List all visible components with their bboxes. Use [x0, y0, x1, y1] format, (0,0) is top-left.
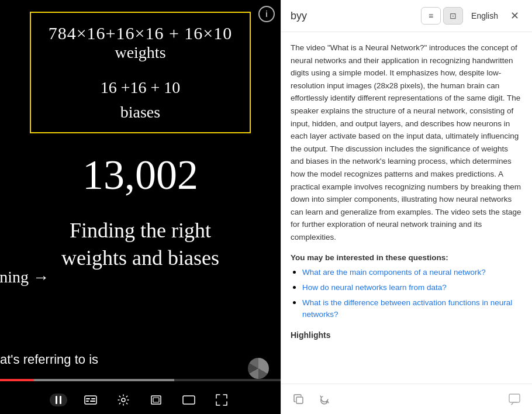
video-spinner: [248, 358, 269, 379]
language-label: English: [471, 11, 498, 20]
chat-button[interactable]: [506, 391, 523, 408]
settings-button[interactable]: [114, 391, 133, 409]
progress-bar[interactable]: [0, 379, 281, 381]
caption-icon-button[interactable]: ⊡: [443, 7, 463, 25]
learning-partial-text: rning →: [0, 268, 49, 287]
video-caption: at's referring to is: [0, 352, 281, 367]
weights-label: weights: [49, 43, 233, 62]
svg-rect-3: [86, 401, 89, 402]
video-content: i 784×16+16×16 + 16×10 weights 16 +16 + …: [0, 0, 281, 363]
progress-gray: [34, 379, 174, 381]
sidebar-title: byy: [291, 10, 415, 22]
right-content[interactable]: The video "What is a Neural Network?" in…: [281, 32, 532, 384]
list-item: How do neural networks learn from data?: [302, 282, 523, 294]
video-panel: i 784×16+16×16 + 16×10 weights 16 +16 + …: [0, 0, 281, 414]
menu-icon: ≡: [429, 11, 433, 20]
question-link-1[interactable]: What are the main components of a neural…: [302, 268, 486, 277]
header-icon-group: ≡ ⊡: [421, 7, 463, 25]
menu-icon-button[interactable]: ≡: [421, 7, 441, 25]
questions-heading: You may be interested in these questions…: [291, 253, 523, 262]
math-formula: 784×16+16×16 + 16×10: [49, 23, 233, 43]
total-number: 13,002: [82, 151, 198, 199]
svg-rect-6: [151, 396, 161, 404]
svg-point-5: [122, 398, 125, 402]
list-item: What is the difference between activatio…: [302, 297, 523, 321]
svg-rect-4: [90, 401, 95, 402]
right-footer: [281, 384, 532, 414]
footer-icons-left: [291, 391, 333, 408]
biases-label: biases: [49, 103, 233, 122]
summary-text: The video "What is a Neural Network?" in…: [291, 42, 523, 244]
pause-bar-2: [60, 396, 61, 404]
fullscreen-button[interactable]: [212, 391, 231, 409]
caption-icon: ⊡: [450, 11, 457, 20]
finding-text: Finding the right weights and biases: [61, 217, 219, 272]
questions-list: What are the main components of a neural…: [291, 267, 523, 321]
right-header: byy ≡ ⊡ English ✕: [281, 0, 532, 32]
list-item: What are the main components of a neural…: [302, 267, 523, 278]
svg-rect-1: [86, 398, 90, 399]
math-box: 784×16+16×16 + 16×10 weights 16 +16 + 10…: [30, 12, 251, 133]
svg-rect-8: [183, 396, 195, 404]
right-panel: byy ≡ ⊡ English ✕ The video "What is a N…: [281, 0, 532, 414]
theater-button[interactable]: [179, 391, 198, 409]
svg-rect-7: [153, 398, 159, 402]
video-controls: [0, 391, 281, 409]
pause-bar-1: [56, 396, 57, 404]
biases-formula: 16 +16 + 10: [49, 78, 233, 97]
close-button[interactable]: ✕: [506, 8, 523, 24]
progress-red: [0, 379, 34, 381]
svg-rect-2: [91, 398, 95, 399]
svg-rect-0: [85, 396, 96, 404]
info-icon[interactable]: i: [258, 6, 275, 22]
play-pause-button[interactable]: [50, 394, 67, 406]
svg-rect-10: [509, 394, 520, 402]
refresh-button[interactable]: [316, 391, 333, 408]
subtitles-button[interactable]: [81, 391, 100, 409]
svg-rect-9: [296, 397, 303, 403]
question-link-2[interactable]: How do neural networks learn from data?: [302, 283, 447, 292]
question-link-3[interactable]: What is the difference between activatio…: [302, 298, 512, 319]
copy-button[interactable]: [291, 391, 307, 408]
crop-button[interactable]: [147, 391, 165, 409]
highlights-heading: Highlights: [291, 330, 523, 340]
